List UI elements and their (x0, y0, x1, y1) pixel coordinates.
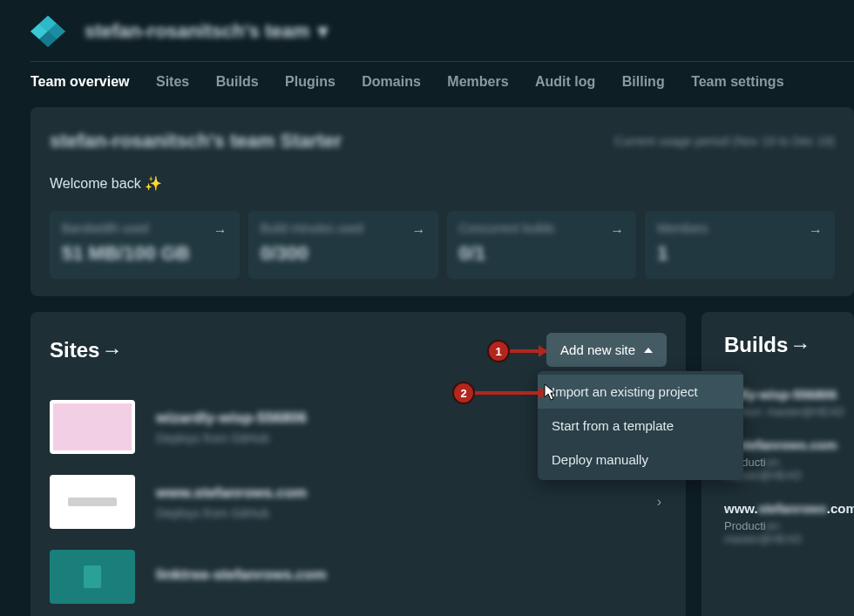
builds-heading[interactable]: Builds→ (724, 333, 854, 357)
build-name: w.stefanrows.com (724, 437, 854, 452)
chevron-right-icon: › (657, 494, 667, 510)
annotation-1: 1 (487, 340, 546, 362)
welcome-text: Welcome back ✨ (50, 165, 835, 211)
header: stefan-rosanitsch's team ▾ (30, 0, 854, 61)
nav-domains[interactable]: Domains (362, 74, 421, 90)
build-item[interactable]: w.stefanrows.com Production: master@HEAD (724, 432, 854, 496)
site-row[interactable]: linktree-stefanrows.com (50, 539, 667, 614)
chevron-up-icon (644, 348, 653, 353)
sites-heading[interactable]: Sites→ (50, 338, 122, 362)
site-name: www.stefanrows.com (156, 484, 636, 502)
annotation-badge-2: 2 (452, 382, 475, 404)
sites-card: Sites→ Add new site Import an existing p… (30, 312, 686, 616)
build-subtext: Production: master@HEAD (724, 519, 854, 545)
overview-team-name: stefan-rosanitsch's team Starter (50, 130, 342, 152)
chevron-down-icon: ▾ (318, 20, 328, 43)
site-thumbnail (50, 475, 135, 529)
add-new-site-button[interactable]: Add new site (546, 333, 667, 367)
nav-sites[interactable]: Sites (156, 74, 189, 90)
main-nav: Team overview Sites Builds Plugins Domai… (30, 61, 854, 107)
site-name: linktree-stefanrows.com (156, 566, 667, 584)
nav-builds[interactable]: Builds (216, 74, 259, 90)
stat-concurrent-builds[interactable]: Concurrent builds 0/1 → (447, 211, 637, 279)
annotation-2: 2 (452, 382, 546, 404)
annotation-arrow-icon (510, 349, 546, 353)
nav-members[interactable]: Members (447, 74, 508, 90)
nav-audit-log[interactable]: Audit log (535, 74, 595, 90)
arrow-right-icon: → (214, 223, 227, 239)
nav-team-settings[interactable]: Team settings (691, 74, 783, 90)
usage-period-text: Current usage period (Nov 19 to Dec 19) (614, 134, 835, 148)
build-item[interactable]: www.stefanrows.com Production: master@HE… (724, 496, 854, 559)
add-site-dropdown: Import an existing project Start from a … (538, 371, 743, 480)
nav-billing[interactable]: Billing (622, 74, 665, 90)
arrow-right-icon: → (101, 338, 122, 362)
arrow-right-icon: → (790, 333, 810, 356)
build-item[interactable]: ardly-wisp-556806 duction: master@HEAD (724, 382, 854, 432)
build-name: ardly-wisp-556806 (724, 387, 854, 402)
dropdown-start-template[interactable]: Start from a template (538, 409, 743, 443)
site-subtext: Deploys from GitHub (156, 506, 636, 520)
dropdown-deploy-manually[interactable]: Deploy manually (538, 443, 743, 477)
nav-team-overview[interactable]: Team overview (30, 74, 130, 90)
stat-members[interactable]: Members 1 → (645, 211, 835, 279)
build-subtext: Production: master@HEAD (724, 456, 854, 482)
overview-card: stefan-rosanitsch's team Starter Current… (30, 107, 854, 296)
nav-plugins[interactable]: Plugins (285, 74, 336, 90)
arrow-right-icon: → (412, 223, 426, 239)
annotation-badge-1: 1 (487, 340, 510, 362)
annotation-arrow-icon (475, 391, 546, 395)
cursor-icon (543, 383, 557, 401)
site-thumbnail (50, 550, 135, 604)
stat-bandwidth[interactable]: Bandwidth used 51 MB/100 GB → (50, 211, 240, 279)
site-thumbnail (50, 400, 135, 454)
team-selector[interactable]: stefan-rosanitsch's team ▾ (85, 20, 328, 43)
stats-row: Bandwidth used 51 MB/100 GB → Build minu… (50, 211, 835, 279)
arrow-right-icon: → (610, 223, 624, 239)
team-name-text: stefan-rosanitsch's team (85, 20, 309, 43)
netlify-logo-icon (30, 16, 65, 47)
arrow-right-icon: → (809, 223, 823, 239)
build-subtext: duction: master@HEAD (724, 405, 854, 418)
dropdown-import-project[interactable]: Import an existing project (538, 375, 743, 409)
stat-build-minutes[interactable]: Build minutes used 0/300 → (248, 211, 438, 279)
